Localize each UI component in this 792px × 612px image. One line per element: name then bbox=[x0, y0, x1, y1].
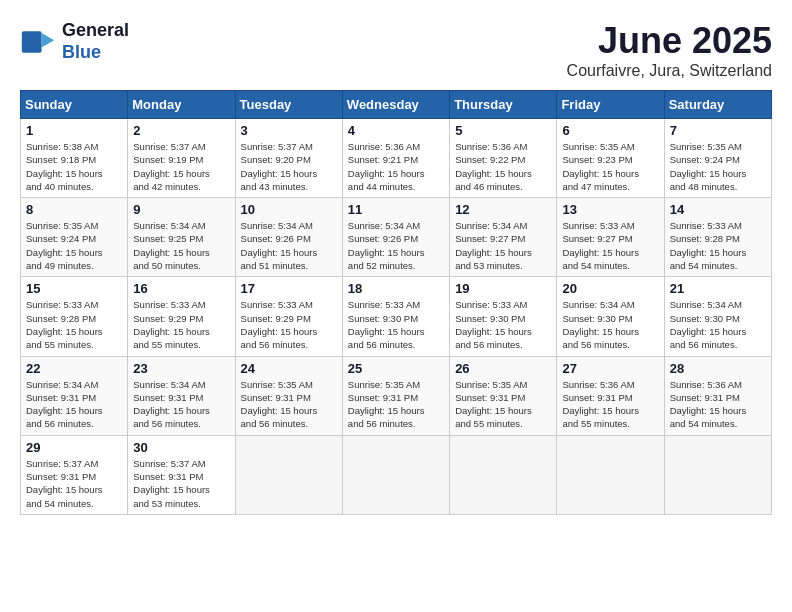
sunset-label: Sunset: 9:31 PM bbox=[348, 392, 418, 403]
table-row: 25 Sunrise: 5:35 AM Sunset: 9:31 PM Dayl… bbox=[342, 356, 449, 435]
svg-rect-0 bbox=[22, 31, 42, 53]
day-number: 8 bbox=[26, 202, 122, 217]
day-info: Sunrise: 5:35 AM Sunset: 9:23 PM Dayligh… bbox=[562, 140, 658, 193]
day-number: 15 bbox=[26, 281, 122, 296]
day-info: Sunrise: 5:35 AM Sunset: 9:31 PM Dayligh… bbox=[455, 378, 551, 431]
sunset-label: Sunset: 9:31 PM bbox=[26, 392, 96, 403]
day-info: Sunrise: 5:37 AM Sunset: 9:31 PM Dayligh… bbox=[133, 457, 229, 510]
daylight-minutes: and 55 minutes. bbox=[133, 339, 201, 350]
day-number: 12 bbox=[455, 202, 551, 217]
table-row: 17 Sunrise: 5:33 AM Sunset: 9:29 PM Dayl… bbox=[235, 277, 342, 356]
daylight-label: Daylight: 15 hours bbox=[241, 326, 318, 337]
sunrise-label: Sunrise: 5:33 AM bbox=[348, 299, 420, 310]
table-row bbox=[664, 435, 771, 514]
table-row: 19 Sunrise: 5:33 AM Sunset: 9:30 PM Dayl… bbox=[450, 277, 557, 356]
daylight-minutes: and 51 minutes. bbox=[241, 260, 309, 271]
daylight-label: Daylight: 15 hours bbox=[670, 247, 747, 258]
sunrise-label: Sunrise: 5:35 AM bbox=[348, 379, 420, 390]
sunrise-label: Sunrise: 5:33 AM bbox=[562, 220, 634, 231]
sunrise-label: Sunrise: 5:37 AM bbox=[26, 458, 98, 469]
daylight-label: Daylight: 15 hours bbox=[241, 247, 318, 258]
day-number: 25 bbox=[348, 361, 444, 376]
daylight-label: Daylight: 15 hours bbox=[133, 405, 210, 416]
sunset-label: Sunset: 9:30 PM bbox=[670, 313, 740, 324]
table-row bbox=[450, 435, 557, 514]
sunrise-label: Sunrise: 5:34 AM bbox=[455, 220, 527, 231]
header-thursday: Thursday bbox=[450, 91, 557, 119]
day-info: Sunrise: 5:37 AM Sunset: 9:31 PM Dayligh… bbox=[26, 457, 122, 510]
day-info: Sunrise: 5:33 AM Sunset: 9:27 PM Dayligh… bbox=[562, 219, 658, 272]
daylight-minutes: and 54 minutes. bbox=[26, 498, 94, 509]
day-number: 20 bbox=[562, 281, 658, 296]
sunset-label: Sunset: 9:24 PM bbox=[26, 233, 96, 244]
sunset-label: Sunset: 9:31 PM bbox=[562, 392, 632, 403]
sunrise-label: Sunrise: 5:35 AM bbox=[241, 379, 313, 390]
daylight-label: Daylight: 15 hours bbox=[670, 168, 747, 179]
sunset-label: Sunset: 9:31 PM bbox=[241, 392, 311, 403]
sunrise-label: Sunrise: 5:37 AM bbox=[241, 141, 313, 152]
daylight-minutes: and 56 minutes. bbox=[455, 339, 523, 350]
daylight-minutes: and 48 minutes. bbox=[670, 181, 738, 192]
table-row: 27 Sunrise: 5:36 AM Sunset: 9:31 PM Dayl… bbox=[557, 356, 664, 435]
daylight-label: Daylight: 15 hours bbox=[670, 326, 747, 337]
day-info: Sunrise: 5:35 AM Sunset: 9:31 PM Dayligh… bbox=[348, 378, 444, 431]
daylight-label: Daylight: 15 hours bbox=[348, 168, 425, 179]
header-friday: Friday bbox=[557, 91, 664, 119]
sunrise-label: Sunrise: 5:34 AM bbox=[133, 379, 205, 390]
table-row bbox=[557, 435, 664, 514]
day-number: 29 bbox=[26, 440, 122, 455]
day-info: Sunrise: 5:33 AM Sunset: 9:30 PM Dayligh… bbox=[455, 298, 551, 351]
header-tuesday: Tuesday bbox=[235, 91, 342, 119]
daylight-label: Daylight: 15 hours bbox=[348, 326, 425, 337]
header-wednesday: Wednesday bbox=[342, 91, 449, 119]
sunset-label: Sunset: 9:26 PM bbox=[241, 233, 311, 244]
sunrise-label: Sunrise: 5:34 AM bbox=[26, 379, 98, 390]
sunrise-label: Sunrise: 5:34 AM bbox=[670, 299, 742, 310]
day-info: Sunrise: 5:35 AM Sunset: 9:31 PM Dayligh… bbox=[241, 378, 337, 431]
day-number: 2 bbox=[133, 123, 229, 138]
daylight-label: Daylight: 15 hours bbox=[562, 247, 639, 258]
sunrise-label: Sunrise: 5:36 AM bbox=[455, 141, 527, 152]
daylight-minutes: and 50 minutes. bbox=[133, 260, 201, 271]
daylight-minutes: and 56 minutes. bbox=[26, 418, 94, 429]
table-row: 1 Sunrise: 5:38 AM Sunset: 9:18 PM Dayli… bbox=[21, 119, 128, 198]
sunset-label: Sunset: 9:31 PM bbox=[133, 392, 203, 403]
table-row: 30 Sunrise: 5:37 AM Sunset: 9:31 PM Dayl… bbox=[128, 435, 235, 514]
title-area: June 2025 Courfaivre, Jura, Switzerland bbox=[567, 20, 772, 80]
sunset-label: Sunset: 9:28 PM bbox=[26, 313, 96, 324]
table-row: 4 Sunrise: 5:36 AM Sunset: 9:21 PM Dayli… bbox=[342, 119, 449, 198]
calendar-week-row: 29 Sunrise: 5:37 AM Sunset: 9:31 PM Dayl… bbox=[21, 435, 772, 514]
calendar-title: June 2025 bbox=[567, 20, 772, 62]
weekday-header-row: Sunday Monday Tuesday Wednesday Thursday… bbox=[21, 91, 772, 119]
day-number: 30 bbox=[133, 440, 229, 455]
table-row: 18 Sunrise: 5:33 AM Sunset: 9:30 PM Dayl… bbox=[342, 277, 449, 356]
table-row: 3 Sunrise: 5:37 AM Sunset: 9:20 PM Dayli… bbox=[235, 119, 342, 198]
sunrise-label: Sunrise: 5:36 AM bbox=[670, 379, 742, 390]
day-info: Sunrise: 5:34 AM Sunset: 9:31 PM Dayligh… bbox=[26, 378, 122, 431]
sunset-label: Sunset: 9:23 PM bbox=[562, 154, 632, 165]
day-number: 16 bbox=[133, 281, 229, 296]
sunrise-label: Sunrise: 5:34 AM bbox=[348, 220, 420, 231]
day-info: Sunrise: 5:34 AM Sunset: 9:30 PM Dayligh… bbox=[562, 298, 658, 351]
day-number: 26 bbox=[455, 361, 551, 376]
table-row: 14 Sunrise: 5:33 AM Sunset: 9:28 PM Dayl… bbox=[664, 198, 771, 277]
day-number: 13 bbox=[562, 202, 658, 217]
sunset-label: Sunset: 9:20 PM bbox=[241, 154, 311, 165]
day-info: Sunrise: 5:37 AM Sunset: 9:19 PM Dayligh… bbox=[133, 140, 229, 193]
day-number: 10 bbox=[241, 202, 337, 217]
sunset-label: Sunset: 9:30 PM bbox=[348, 313, 418, 324]
day-number: 23 bbox=[133, 361, 229, 376]
day-info: Sunrise: 5:36 AM Sunset: 9:22 PM Dayligh… bbox=[455, 140, 551, 193]
table-row: 11 Sunrise: 5:34 AM Sunset: 9:26 PM Dayl… bbox=[342, 198, 449, 277]
daylight-minutes: and 46 minutes. bbox=[455, 181, 523, 192]
sunset-label: Sunset: 9:31 PM bbox=[455, 392, 525, 403]
daylight-label: Daylight: 15 hours bbox=[455, 168, 532, 179]
sunrise-label: Sunrise: 5:35 AM bbox=[670, 141, 742, 152]
day-number: 4 bbox=[348, 123, 444, 138]
daylight-label: Daylight: 15 hours bbox=[26, 168, 103, 179]
daylight-label: Daylight: 15 hours bbox=[133, 247, 210, 258]
table-row: 6 Sunrise: 5:35 AM Sunset: 9:23 PM Dayli… bbox=[557, 119, 664, 198]
header-monday: Monday bbox=[128, 91, 235, 119]
daylight-label: Daylight: 15 hours bbox=[562, 405, 639, 416]
day-number: 6 bbox=[562, 123, 658, 138]
